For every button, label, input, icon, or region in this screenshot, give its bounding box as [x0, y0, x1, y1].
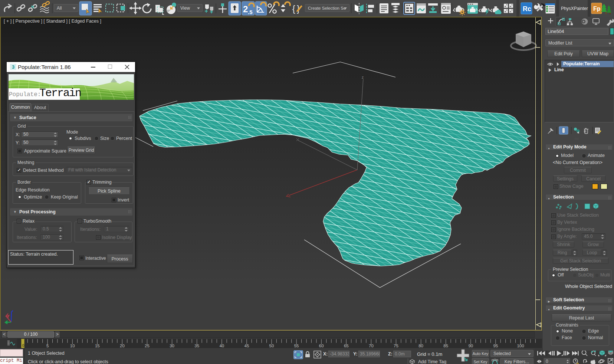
- svg-text:PhysXPainter: PhysXPainter: [561, 6, 588, 11]
- svg-text:30: 30: [170, 344, 174, 348]
- svg-text:3: 3: [12, 64, 14, 70]
- svg-text:50: 50: [269, 344, 274, 348]
- svg-text:65: 65: [344, 344, 349, 348]
- svg-text:35: 35: [194, 344, 199, 348]
- svg-text:80: 80: [418, 344, 423, 348]
- svg-text:70: 70: [369, 344, 374, 348]
- svg-text:95: 95: [493, 344, 498, 348]
- svg-text:25: 25: [145, 344, 150, 348]
- svg-text:2: 2: [243, 4, 248, 14]
- svg-text:45: 45: [244, 344, 249, 348]
- svg-text:75: 75: [394, 344, 398, 348]
- svg-text:100: 100: [517, 344, 524, 348]
- svg-text:60: 60: [319, 344, 324, 348]
- svg-text:15: 15: [95, 344, 100, 348]
- svg-text:10: 10: [70, 344, 75, 348]
- svg-text:Fp: Fp: [593, 6, 601, 12]
- svg-text:0: 0: [546, 359, 548, 364]
- svg-text:55: 55: [294, 344, 299, 348]
- svg-text:90: 90: [468, 344, 473, 348]
- svg-text:Rc: Rc: [523, 5, 531, 13]
- svg-text:40: 40: [219, 344, 224, 348]
- svg-text:20: 20: [120, 344, 125, 348]
- svg-text:5: 5: [46, 344, 49, 348]
- svg-text:.5: .5: [248, 9, 253, 15]
- svg-text:85: 85: [443, 344, 448, 348]
- svg-text:z: z: [362, 75, 364, 79]
